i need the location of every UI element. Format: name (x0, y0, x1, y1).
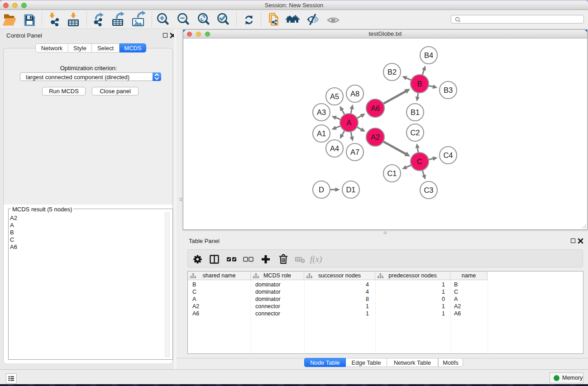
svg-text:B: B (417, 80, 422, 88)
svg-text:C4: C4 (443, 151, 453, 159)
svg-text:A5: A5 (330, 92, 339, 100)
svg-text:B4: B4 (424, 51, 433, 59)
svg-text:A7: A7 (350, 148, 359, 156)
svg-text:A: A (346, 119, 351, 127)
svg-text:f(x): f(x) (310, 254, 322, 264)
svg-text:B2: B2 (387, 68, 397, 76)
svg-text:C1: C1 (387, 169, 397, 177)
svg-text:D: D (319, 186, 324, 194)
svg-text:B3: B3 (444, 86, 453, 94)
svg-text:A4: A4 (330, 144, 339, 152)
svg-text:A1: A1 (317, 129, 326, 138)
svg-text:B1: B1 (411, 108, 420, 116)
svg-text:A3: A3 (317, 108, 326, 116)
svg-text:A6: A6 (371, 104, 380, 112)
svg-text:C: C (417, 157, 422, 166)
svg-text:A8: A8 (350, 90, 359, 98)
svg-text:A2: A2 (371, 133, 380, 141)
svg-text:D1: D1 (346, 186, 355, 194)
svg-text:C2: C2 (410, 129, 420, 137)
svg-text:C3: C3 (424, 186, 433, 194)
